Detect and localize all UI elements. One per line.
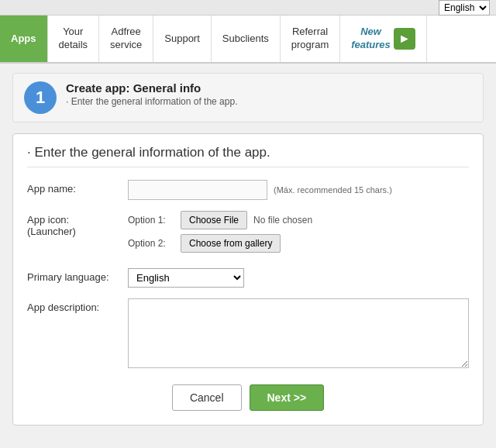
primary-language-label: Primary language: — [27, 268, 128, 283]
nav-item-apps[interactable]: Apps — [0, 16, 48, 62]
step-title: Create app: General info — [66, 81, 237, 95]
app-name-label: App name: — [27, 180, 128, 195]
option-2-label: Option 2: — [128, 238, 174, 249]
app-description-row: App description: — [27, 298, 469, 370]
app-description-control — [128, 298, 469, 370]
icon-option-1: Option 1: Choose File No file chosen — [128, 211, 469, 229]
nav-item-adfree-service[interactable]: Adfreeservice — [99, 16, 153, 62]
step-subtitle: · Enter the general information of the a… — [66, 96, 237, 107]
form-card: · Enter the general information of the a… — [12, 133, 484, 426]
next-button[interactable]: Next >> — [250, 384, 325, 411]
language-dropdown[interactable]: English Spanish French German Portuguese — [128, 268, 244, 288]
page-content: 1 Create app: General info · Enter the g… — [0, 64, 496, 435]
nav-item-new-features[interactable]: Newfeatures ► — [340, 16, 427, 62]
app-name-control: (Máx. recommended 15 chars.) — [128, 180, 469, 200]
no-file-text: No file chosen — [253, 215, 312, 226]
app-name-row: App name: (Máx. recommended 15 chars.) — [27, 180, 469, 200]
nav-item-support[interactable]: Support — [153, 16, 212, 62]
nav-item-referral-program[interactable]: Referralprogram — [281, 16, 340, 62]
primary-language-control: English Spanish French German Portuguese — [128, 268, 469, 288]
nav-item-subclients[interactable]: Subclients — [212, 16, 281, 62]
option-1-label: Option 1: — [128, 215, 174, 226]
step-header: 1 Create app: General info · Enter the g… — [12, 73, 484, 122]
nav-item-your-details[interactable]: Yourdetails — [48, 16, 100, 62]
app-icon-row: App icon:(Launcher) Option 1: Choose Fil… — [27, 211, 469, 257]
form-buttons: Cancel Next >> — [27, 384, 469, 411]
choose-gallery-button[interactable]: Choose from gallery — [181, 234, 281, 253]
top-bar: English — [0, 0, 496, 16]
main-nav: Apps Yourdetails Adfreeservice Support S… — [0, 16, 496, 64]
app-icon-control: Option 1: Choose File No file chosen Opt… — [128, 211, 469, 257]
char-hint: (Máx. recommended 15 chars.) — [274, 185, 392, 195]
app-description-label: App description: — [27, 298, 128, 313]
language-select[interactable]: English — [439, 0, 490, 16]
step-number: 1 — [24, 81, 57, 114]
icon-option-2: Option 2: Choose from gallery — [128, 234, 469, 253]
cancel-button[interactable]: Cancel — [172, 384, 242, 411]
app-name-input[interactable] — [128, 180, 267, 200]
app-icon-label: App icon:(Launcher) — [27, 211, 128, 237]
new-features-arrow-icon: ► — [394, 28, 415, 50]
choose-file-button[interactable]: Choose File — [181, 211, 247, 229]
app-description-textarea[interactable] — [128, 298, 469, 368]
form-card-title: · Enter the general information of the a… — [27, 145, 469, 167]
step-text: Create app: General info · Enter the gen… — [66, 81, 237, 107]
primary-language-row: Primary language: English Spanish French… — [27, 268, 469, 288]
